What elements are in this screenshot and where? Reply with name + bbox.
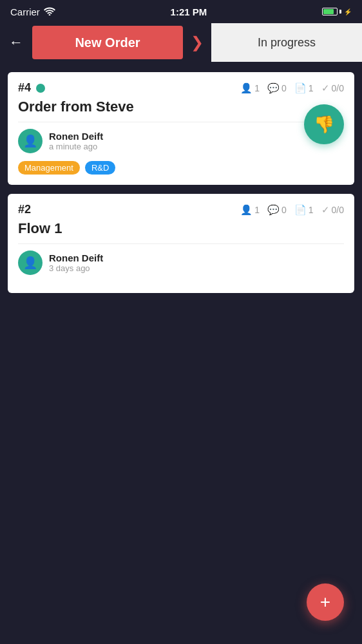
tag-rd: R&D xyxy=(85,161,115,175)
card-4-tags: Management R&D xyxy=(18,161,344,175)
header-nav: ← New Order ❯ In progress xyxy=(0,23,362,62)
status-dot-4 xyxy=(36,84,45,93)
status-battery-area: ⚡ xyxy=(322,8,352,15)
card-4-user: 👤 Ronen Deift a minute ago xyxy=(18,129,344,153)
card-4-files: 📄 1 xyxy=(294,82,314,94)
battery-tip xyxy=(339,10,341,14)
battery-body xyxy=(322,8,338,15)
thumbs-down-icon: 👎 xyxy=(314,115,334,135)
back-button[interactable]: ← xyxy=(0,23,32,62)
card-4-user-info: Ronen Deift a minute ago xyxy=(49,131,103,151)
thumbs-button-4[interactable]: 👎 xyxy=(304,104,344,144)
card-2-files: 📄 1 xyxy=(294,204,314,216)
battery-indicator: ⚡ xyxy=(322,8,352,15)
file-icon-2: 📄 xyxy=(294,204,307,216)
battery-fill xyxy=(323,9,334,14)
person-icon-2: 👤 xyxy=(240,204,252,216)
comment-icon-2: 💬 xyxy=(267,204,280,216)
card-2-header: #2 👤 1 💬 0 📄 1 ✓ 0/0 xyxy=(18,203,344,216)
card-2-id: #2 xyxy=(18,203,31,216)
wifi-icon xyxy=(44,6,55,17)
card-4-comments: 💬 0 xyxy=(267,82,287,94)
card-4-members: 👤 1 xyxy=(240,82,260,94)
card-2-user-name: Ronen Deift xyxy=(49,252,103,263)
battery-bolt-icon: ⚡ xyxy=(344,8,352,15)
card-4-completed: ✓ 0/0 xyxy=(321,82,344,94)
avatar-2: 👤 xyxy=(18,251,43,275)
status-time: 1:21 PM xyxy=(171,6,207,17)
chevron-right-icon: ❯ xyxy=(183,23,211,62)
status-bar: Carrier 1:21 PM ⚡ xyxy=(0,0,362,23)
avatar-person-icon-2: 👤 xyxy=(23,256,37,270)
card-4-meta: 👤 1 💬 0 📄 1 ✓ 0/0 xyxy=(240,82,344,94)
card-2-comments: 💬 0 xyxy=(267,204,287,216)
card-2-title: Flow 1 xyxy=(18,220,344,244)
card-2-meta: 👤 1 💬 0 📄 1 ✓ 0/0 xyxy=(240,204,344,216)
main-content: #4 👤 1 💬 0 📄 1 ✓ 0/0 xyxy=(0,62,362,303)
svg-point-0 xyxy=(48,14,50,15)
card-4-user-name: Ronen Deift xyxy=(49,131,103,142)
comment-icon: 💬 xyxy=(267,82,280,94)
file-icon: 📄 xyxy=(294,82,307,94)
check-icon-2: ✓ xyxy=(321,204,330,216)
card-2-user-info: Ronen Deift 3 days ago xyxy=(49,252,103,273)
avatar-4: 👤 xyxy=(18,129,43,153)
avatar-person-icon: 👤 xyxy=(23,134,37,148)
card-2-completed: ✓ 0/0 xyxy=(321,204,344,216)
order-card-2: #2 👤 1 💬 0 📄 1 ✓ 0/0 xyxy=(8,194,354,293)
card-2-members: 👤 1 xyxy=(240,204,260,216)
person-icon: 👤 xyxy=(240,82,252,94)
tag-management: Management xyxy=(18,161,80,175)
new-order-button[interactable]: New Order xyxy=(32,26,183,59)
card-2-user: 👤 Ronen Deift 3 days ago xyxy=(18,251,344,275)
check-icon: ✓ xyxy=(321,82,330,94)
in-progress-tab[interactable]: In progress xyxy=(211,23,362,62)
card-4-title: Order from Steve xyxy=(18,99,344,122)
card-2-user-time: 3 days ago xyxy=(49,263,103,273)
status-carrier: Carrier xyxy=(10,6,55,17)
plus-icon: + xyxy=(320,592,330,612)
carrier-label: Carrier xyxy=(10,6,40,17)
card-4-header: #4 👤 1 💬 0 📄 1 ✓ 0/0 xyxy=(18,81,344,95)
back-arrow-icon: ← xyxy=(9,34,23,51)
card-4-id: #4 xyxy=(18,81,45,95)
order-card-4: #4 👤 1 💬 0 📄 1 ✓ 0/0 xyxy=(8,72,354,185)
card-4-user-time: a minute ago xyxy=(49,142,103,151)
fab-add-button[interactable]: + xyxy=(307,583,344,621)
